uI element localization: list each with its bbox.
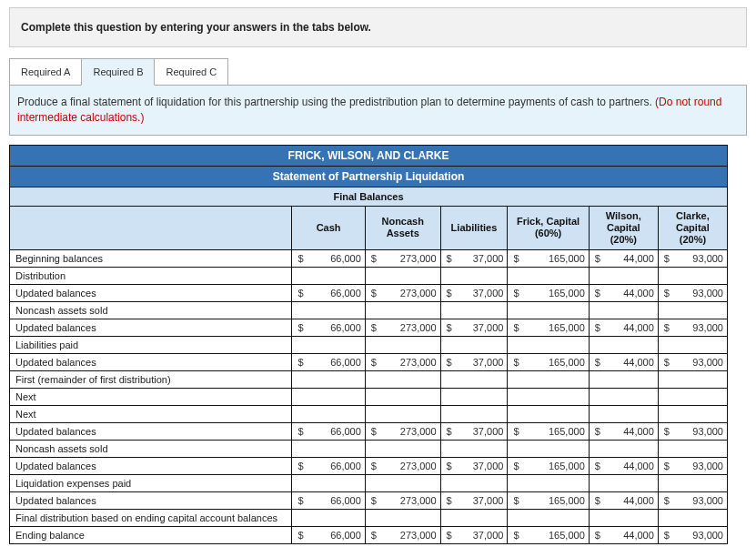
value-cell[interactable] (455, 441, 508, 458)
value-cell[interactable] (603, 510, 658, 527)
value-cell[interactable] (455, 475, 508, 492)
currency-symbol[interactable]: $ (658, 527, 672, 544)
value-cell[interactable] (307, 441, 365, 458)
currency-symbol[interactable]: $ (292, 319, 307, 337)
value-cell[interactable] (522, 302, 589, 319)
value-cell[interactable] (307, 406, 365, 423)
value-cell[interactable] (307, 510, 365, 527)
currency-symbol[interactable]: $ (440, 492, 455, 510)
currency-symbol[interactable] (440, 268, 455, 285)
currency-symbol[interactable]: $ (365, 423, 379, 441)
value-cell[interactable] (455, 406, 508, 423)
value-cell[interactable] (603, 441, 658, 458)
currency-symbol[interactable] (365, 389, 379, 406)
value-cell[interactable]: 165,000 (522, 250, 589, 268)
value-cell[interactable]: 37,000 (455, 492, 508, 510)
currency-symbol[interactable] (589, 441, 603, 458)
value-cell[interactable]: 165,000 (522, 319, 589, 337)
value-cell[interactable] (380, 337, 441, 354)
currency-symbol[interactable] (292, 441, 307, 458)
value-cell[interactable] (673, 441, 728, 458)
currency-symbol[interactable] (589, 302, 603, 319)
value-cell[interactable] (307, 302, 365, 319)
currency-symbol[interactable] (508, 389, 522, 406)
currency-symbol[interactable]: $ (589, 458, 603, 475)
value-cell[interactable] (380, 302, 441, 319)
value-cell[interactable]: 165,000 (522, 354, 589, 371)
currency-symbol[interactable] (365, 475, 379, 492)
currency-symbol[interactable]: $ (292, 354, 307, 371)
currency-symbol[interactable]: $ (589, 285, 603, 302)
currency-symbol[interactable] (658, 371, 672, 389)
value-cell[interactable]: 273,000 (380, 319, 441, 337)
currency-symbol[interactable]: $ (589, 354, 603, 371)
currency-symbol[interactable] (658, 337, 672, 354)
value-cell[interactable]: 66,000 (307, 285, 365, 302)
currency-symbol[interactable]: $ (589, 250, 603, 268)
currency-symbol[interactable]: $ (292, 423, 307, 441)
currency-symbol[interactable]: $ (589, 319, 603, 337)
currency-symbol[interactable] (508, 441, 522, 458)
value-cell[interactable] (522, 268, 589, 285)
value-cell[interactable]: 273,000 (380, 458, 441, 475)
value-cell[interactable]: 44,000 (603, 458, 658, 475)
currency-symbol[interactable]: $ (589, 423, 603, 441)
value-cell[interactable]: 66,000 (307, 354, 365, 371)
value-cell[interactable] (380, 406, 441, 423)
value-cell[interactable]: 37,000 (455, 458, 508, 475)
value-cell[interactable] (380, 441, 441, 458)
currency-symbol[interactable]: $ (292, 285, 307, 302)
value-cell[interactable]: 93,000 (673, 250, 728, 268)
value-cell[interactable] (307, 475, 365, 492)
currency-symbol[interactable] (292, 475, 307, 492)
currency-symbol[interactable] (589, 337, 603, 354)
value-cell[interactable] (522, 441, 589, 458)
currency-symbol[interactable] (508, 268, 522, 285)
value-cell[interactable]: 93,000 (673, 458, 728, 475)
value-cell[interactable] (673, 337, 728, 354)
currency-symbol[interactable] (508, 337, 522, 354)
value-cell[interactable] (455, 389, 508, 406)
value-cell[interactable]: 165,000 (522, 423, 589, 441)
value-cell[interactable]: 93,000 (673, 492, 728, 510)
currency-symbol[interactable] (292, 268, 307, 285)
currency-symbol[interactable] (292, 337, 307, 354)
currency-symbol[interactable]: $ (508, 354, 522, 371)
value-cell[interactable]: 66,000 (307, 492, 365, 510)
currency-symbol[interactable]: $ (508, 458, 522, 475)
currency-symbol[interactable] (292, 406, 307, 423)
value-cell[interactable]: 66,000 (307, 250, 365, 268)
currency-symbol[interactable] (292, 510, 307, 527)
currency-symbol[interactable] (440, 302, 455, 319)
value-cell[interactable] (455, 302, 508, 319)
tab-required-a[interactable]: Required A (9, 58, 82, 86)
currency-symbol[interactable]: $ (292, 492, 307, 510)
currency-symbol[interactable] (292, 389, 307, 406)
value-cell[interactable] (673, 371, 728, 389)
currency-symbol[interactable] (589, 475, 603, 492)
currency-symbol[interactable] (658, 302, 672, 319)
value-cell[interactable] (673, 302, 728, 319)
currency-symbol[interactable]: $ (658, 285, 672, 302)
value-cell[interactable]: 66,000 (307, 527, 365, 544)
value-cell[interactable]: 165,000 (522, 285, 589, 302)
currency-symbol[interactable] (589, 268, 603, 285)
value-cell[interactable]: 93,000 (673, 354, 728, 371)
value-cell[interactable] (380, 475, 441, 492)
value-cell[interactable] (380, 389, 441, 406)
currency-symbol[interactable]: $ (365, 527, 379, 544)
currency-symbol[interactable] (508, 475, 522, 492)
value-cell[interactable] (603, 389, 658, 406)
currency-symbol[interactable] (292, 371, 307, 389)
currency-symbol[interactable]: $ (292, 527, 307, 544)
value-cell[interactable]: 44,000 (603, 319, 658, 337)
currency-symbol[interactable]: $ (365, 458, 379, 475)
currency-symbol[interactable]: $ (365, 285, 379, 302)
value-cell[interactable]: 273,000 (380, 492, 441, 510)
currency-symbol[interactable] (440, 475, 455, 492)
value-cell[interactable] (603, 475, 658, 492)
currency-symbol[interactable] (658, 389, 672, 406)
value-cell[interactable] (455, 337, 508, 354)
value-cell[interactable] (603, 302, 658, 319)
value-cell[interactable]: 66,000 (307, 423, 365, 441)
